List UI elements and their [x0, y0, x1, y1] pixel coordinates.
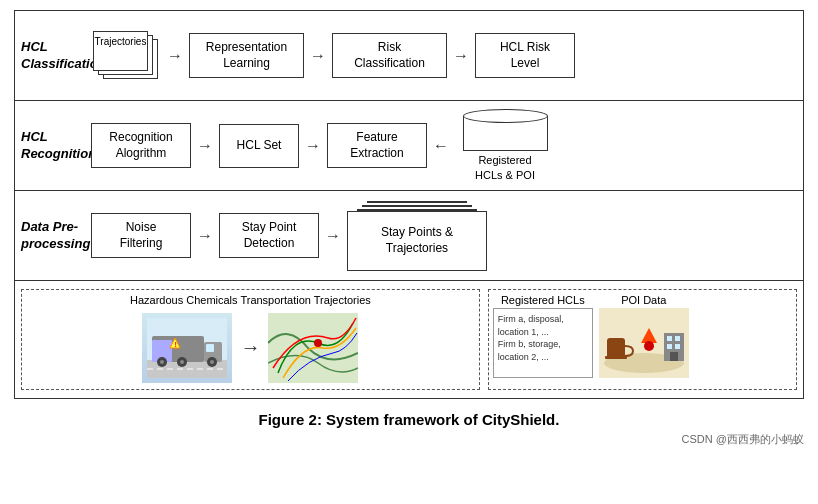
page-front: Trajectories: [93, 31, 148, 71]
stay-points-trajectories-box: Stay Points &Trajectories: [347, 211, 487, 271]
arrow-6: ←: [433, 137, 449, 155]
stay-points-container: Stay Points &Trajectories: [347, 201, 487, 271]
stay-point-detection-text: Stay PointDetection: [242, 220, 297, 251]
poi-sub-title: POI Data: [621, 294, 666, 306]
source-arrow: →: [240, 336, 260, 359]
noise-filtering-box: NoiseFiltering: [91, 213, 191, 258]
truck-image: !: [142, 313, 232, 383]
arrow-4: →: [197, 137, 213, 155]
risk-classification-text: RiskClassification: [354, 40, 425, 71]
registered-hcls-sub: Registered HCLs Firm a, disposal, locati…: [493, 294, 593, 385]
registered-hcls-cylinder: RegisteredHCLs & POI: [455, 109, 555, 182]
registered-hcls-image: Firm a, disposal, location 1, ...Firm b,…: [493, 308, 593, 378]
poi-image: [599, 308, 689, 378]
stacked-lines: [352, 201, 482, 211]
routes-map-image: [268, 313, 358, 383]
poi-sub: POI Data: [599, 294, 689, 385]
hcl-poi-source-box: Registered HCLs Firm a, disposal, locati…: [488, 289, 797, 390]
trajectories-icon: Trajectories: [91, 31, 161, 81]
watermark: CSDN @西西弗的小蚂蚁: [14, 432, 804, 447]
sources-section: Hazardous Chemicals Transportation Traje…: [15, 281, 803, 398]
arrow-1: →: [167, 47, 183, 65]
poi-svg: [599, 308, 689, 378]
arrow-8: →: [325, 227, 341, 245]
figure-caption: Figure 2: System framework of CityShield…: [259, 411, 560, 428]
representation-learning-text: RepresentationLearning: [206, 40, 287, 71]
cylinder-label: RegisteredHCLs & POI: [475, 153, 535, 182]
hcl-data-text: Firm a, disposal, location 1, ...Firm b,…: [498, 313, 588, 363]
svg-point-10: [180, 360, 184, 364]
trajectories-text: Trajectories: [94, 32, 147, 47]
hcl-classification-section: HCLClassification Trajectories → Represe…: [15, 11, 803, 101]
stay-point-detection-box: Stay PointDetection: [219, 213, 319, 258]
routes-svg: [268, 313, 358, 383]
svg-rect-24: [667, 336, 672, 341]
noise-filtering-text: NoiseFiltering: [120, 220, 163, 251]
representation-learning-box: RepresentationLearning: [189, 33, 304, 78]
registered-hcls-sub-title: Registered HCLs: [501, 294, 585, 306]
svg-rect-6: [206, 344, 214, 352]
hct-source-box: Hazardous Chemicals Transportation Traje…: [21, 289, 480, 390]
hct-source-images: ! →: [26, 310, 475, 385]
hcl-risk-level-box: HCL RiskLevel: [475, 33, 575, 78]
line-2: [362, 205, 472, 207]
arrow-2: →: [310, 47, 326, 65]
svg-point-16: [314, 339, 322, 347]
feature-extraction-box: FeatureExtraction: [327, 123, 427, 168]
svg-point-22: [644, 341, 654, 351]
svg-point-12: [210, 360, 214, 364]
stay-points-trajectories-text: Stay Points &Trajectories: [381, 225, 453, 256]
svg-rect-28: [670, 352, 678, 361]
risk-classification-box: RiskClassification: [332, 33, 447, 78]
svg-rect-20: [605, 356, 627, 359]
hcl-poi-content: Registered HCLs Firm a, disposal, locati…: [493, 294, 792, 385]
hcl-set-text: HCL Set: [237, 138, 282, 154]
svg-rect-19: [607, 338, 625, 358]
svg-point-8: [160, 360, 164, 364]
preprocessing-section: Data Pre-processing NoiseFiltering → Sta…: [15, 191, 803, 281]
preprocessing-content: NoiseFiltering → Stay PointDetection → S…: [91, 201, 797, 271]
arrow-5: →: [305, 137, 321, 155]
system-diagram: HCLClassification Trajectories → Represe…: [14, 10, 804, 399]
cylinder-shape: [463, 109, 548, 151]
hcl-set-box: HCL Set: [219, 124, 299, 168]
truck-svg: !: [147, 318, 227, 378]
hcl-recognition-section: HCLRecognition RecognitionAlogrithm → HC…: [15, 101, 803, 191]
classification-label: HCLClassification: [21, 39, 91, 73]
line-1: [367, 201, 467, 203]
recognition-content: RecognitionAlogrithm → HCL Set → Feature…: [91, 109, 797, 182]
arrow-3: →: [453, 47, 469, 65]
preprocessing-label: Data Pre-processing: [21, 219, 91, 253]
recognition-algorithm-box: RecognitionAlogrithm: [91, 123, 191, 168]
svg-rect-26: [667, 344, 672, 349]
svg-rect-25: [675, 336, 680, 341]
classification-content: Trajectories → RepresentationLearning → …: [91, 31, 797, 81]
hct-source-title: Hazardous Chemicals Transportation Traje…: [26, 294, 475, 306]
feature-extraction-text: FeatureExtraction: [350, 130, 403, 161]
arrow-7: →: [197, 227, 213, 245]
recognition-algorithm-text: RecognitionAlogrithm: [109, 130, 172, 161]
hcl-risk-level-text: HCL RiskLevel: [500, 40, 550, 71]
svg-text:!: !: [175, 341, 177, 348]
recognition-label: HCLRecognition: [21, 129, 91, 163]
svg-rect-27: [675, 344, 680, 349]
